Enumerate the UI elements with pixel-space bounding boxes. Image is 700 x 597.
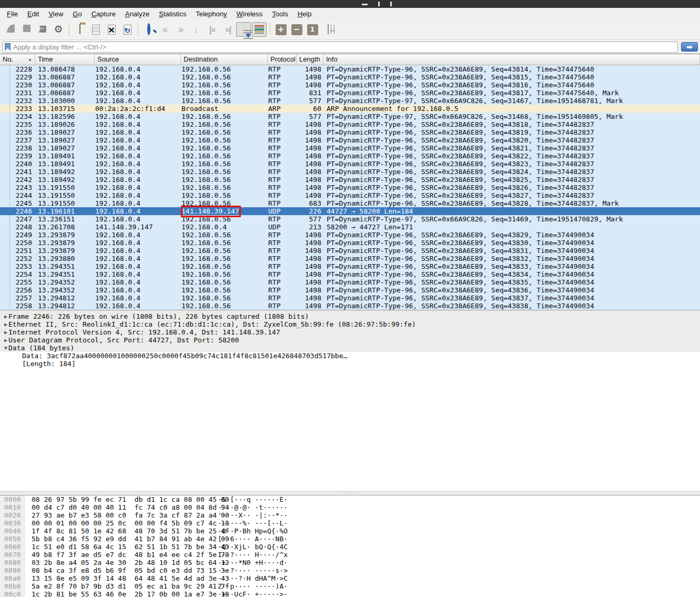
packet-row[interactable]: 224313.191550192.168.0.4192.168.0.56RTP1… [0,184,700,191]
column-header-time[interactable]: Time [35,54,95,65]
detail-tree-row[interactable]: ▶Ethernet II, Src: ReolinkI_d1:1c:ca (ec… [0,320,700,328]
packet-row[interactable]: 222813.086478192.168.0.4192.168.0.56RTP1… [0,65,700,73]
hex-row[interactable]: 00401f 4f 8c 81 50 1e 42 68 48 70 3d 51 … [0,527,700,535]
go-forward-button[interactable]: » [173,22,188,37]
filter-bookmark-icon[interactable] [5,43,11,51]
detail-tree-row[interactable]: Data: 3acf872aa400000001000000250c0000f4… [0,352,700,360]
last-packet-button[interactable]: »| [220,22,235,37]
auto-scroll-button[interactable] [236,22,251,37]
hex-row[interactable]: 003000 00 01 00 00 00 25 0c 00 00 f4 5b … [0,519,700,527]
hex-row[interactable]: 007049 b8 f7 3f ae d5 e7 dc 48 b1 e4 ee … [0,551,700,559]
packet-row[interactable]: 224413.191550192.168.0.4192.168.0.56RTP1… [0,191,700,199]
colorize-button[interactable] [252,22,267,37]
hex-row[interactable]: 009008 b4 ca 3f e8 d5 b6 9f 05 bd c0 e3 … [0,566,700,574]
hex-row[interactable]: 00a013 15 8e e5 09 3f 14 48 64 48 41 5e … [0,574,700,582]
resize-columns-button[interactable]: ↔ [321,22,336,37]
packet-row[interactable]: 224213.189492192.168.0.4192.168.0.56RTP1… [0,176,700,184]
hex-row[interactable]: 002027 93 ae b7 e3 58 00 c0 fa 7c 3a cf … [0,511,700,519]
zoom-out-button[interactable]: − [289,22,304,37]
packet-row[interactable]: 223513.189026192.168.0.4192.168.0.56RTP1… [0,120,700,128]
menu-go[interactable]: Go [68,9,86,19]
go-back-button[interactable]: « [157,22,172,37]
tree-expanded-icon[interactable]: ▼ [0,344,8,352]
packet-row-selected[interactable]: 224613.196101192.168.0.4141.148.39.147UD… [0,207,700,215]
packet-row[interactable]: 225213.293880192.168.0.4192.168.0.56RTP1… [0,255,700,262]
normal-size-button[interactable]: 1 [305,22,320,37]
packet-row[interactable]: 223113.086887192.168.0.4192.168.0.56RTP8… [0,89,700,97]
menu-analyze[interactable]: Analyze [120,9,154,19]
column-header-info[interactable]: Info [323,54,700,65]
save-file-button[interactable]: 01010110 [88,22,103,37]
packet-row[interactable]: 224513.191550192.168.0.4192.168.0.56RTP6… [0,199,700,207]
hex-row[interactable]: 00c01c 2b 81 be 55 63 46 0e 2b 17 0b 00 … [0,590,700,597]
packet-row[interactable]: 223013.086887192.168.0.4192.168.0.56RTP1… [0,81,700,89]
column-header-destination[interactable]: Destination [181,54,268,65]
tree-collapsed-icon[interactable]: ▶ [0,320,8,328]
apply-filter-button[interactable]: ➡ [681,42,698,52]
tree-collapsed-icon[interactable]: ▶ [0,336,8,344]
column-header-source[interactable]: Source [95,54,181,65]
start-capture-button[interactable] [4,22,18,37]
tree-collapsed-icon[interactable]: ▶ [0,312,8,320]
packet-row[interactable]: 223213.103000192.168.0.4192.168.0.56RTP5… [0,97,700,105]
restart-capture-button[interactable] [35,22,50,37]
packet-row[interactable]: 225813.294812192.168.0.4192.168.0.56RTP1… [0,302,700,310]
tree-collapsed-icon[interactable]: ▶ [0,328,8,336]
capture-options-button[interactable]: ⚙ [51,22,66,37]
detail-tree-row[interactable]: ▼Data (184 bytes) [0,344,700,352]
packet-row[interactable]: 224813.261708141.148.39.147192.168.0.4UD… [0,223,700,231]
menu-statistics[interactable]: Statistics [154,9,191,19]
packet-row[interactable]: 225013.293879192.168.0.4192.168.0.56RTP1… [0,239,700,247]
go-to-packet-button[interactable]: ↓ [189,22,204,37]
menu-capture[interactable]: Capture [87,9,120,19]
packet-row[interactable]: 225113.293879192.168.0.4192.168.0.56RTP1… [0,247,700,255]
open-file-button[interactable] [73,22,87,37]
packet-row[interactable]: 224013.189491192.168.0.4192.168.0.56RTP1… [0,160,700,168]
stop-capture-button[interactable] [19,22,34,37]
cell-info: PT=DynamicRTP-Type-96, SSRC=0x238A6E89, … [323,136,700,144]
hex-row[interactable]: 00601c 51 e0 d1 58 6a 4c 15 62 51 1b 51 … [0,543,700,551]
menu-edit[interactable]: Edit [23,9,44,19]
packet-row[interactable]: 225413.294351192.168.0.4192.168.0.56RTP1… [0,270,700,278]
packet-row[interactable]: 225313.294351192.168.0.4192.168.0.56RTP1… [0,262,700,270]
pane-splitter-handle[interactable]: ····· [0,491,700,495]
detail-tree-row[interactable]: ▶User Datagram Protocol, Src Port: 44727… [0,336,700,344]
packet-row[interactable]: 224713.236151192.168.0.4192.168.0.56RTP5… [0,215,700,223]
packet-row[interactable]: 222913.086887192.168.0.4192.168.0.56RTP1… [0,73,700,81]
menu-view[interactable]: View [44,9,68,19]
packet-row[interactable]: 223413.182596192.168.0.4192.168.0.56RTP5… [0,113,700,120]
detail-tree-row[interactable]: [Length: 184] [0,360,700,368]
display-filter-input[interactable] [13,43,675,51]
packet-row[interactable]: 223313.10371500:2a:2a:2c:f1:d4BroadcastA… [0,105,700,113]
packet-row[interactable]: 223813.189027192.168.0.4192.168.0.56RTP1… [0,144,700,152]
menu-tools[interactable]: Tools [267,9,292,19]
packet-row[interactable]: 225613.294352192.168.0.4192.168.0.56RTP1… [0,286,700,294]
packet-row[interactable]: 224113.189492192.168.0.4192.168.0.56RTP1… [0,168,700,176]
hex-row[interactable]: 00b05a e2 8f 70 b7 9b d3 d1 05 ec a1 ba … [0,582,700,590]
hex-row[interactable]: 001000 d4 c7 d0 40 00 40 11 fc 74 c0 a8 … [0,503,700,511]
packet-row[interactable]: 225513.294352192.168.0.4192.168.0.56RTP1… [0,278,700,286]
column-header-no[interactable]: No. ▼ [0,54,35,65]
menu-file[interactable]: File [2,9,23,19]
reload-file-button[interactable]: 0101↻ [120,22,135,37]
display-filter-input-wrap[interactable] [2,42,678,53]
packet-row[interactable]: 223913.189491192.168.0.4192.168.0.56RTP1… [0,152,700,160]
packet-row[interactable]: 223713.189027192.168.0.4192.168.0.56RTP1… [0,136,700,144]
hex-row[interactable]: 000008 26 97 5b 99 fe ec 71 db d1 1c ca … [0,495,700,503]
packet-row[interactable]: 223613.189027192.168.0.4192.168.0.56RTP1… [0,128,700,136]
hex-row[interactable]: 008003 2b 8e a4 05 2a 4e 30 2b 48 10 1d … [0,559,700,566]
hex-row[interactable]: 00505b b8 c4 36 f5 92 e9 dd 41 b7 84 91 … [0,535,700,543]
menu-help[interactable]: Help [293,9,317,19]
find-packet-button[interactable] [141,22,156,37]
menu-telephony[interactable]: Telephony [191,9,231,19]
menu-wireless[interactable]: Wireless [232,9,268,19]
detail-tree-row[interactable]: ▶Internet Protocol Version 4, Src: 192.1… [0,328,700,336]
packet-row[interactable]: 225713.294812192.168.0.4192.168.0.56RTP1… [0,294,700,302]
column-header-protocol[interactable]: Protocol [268,54,297,65]
detail-tree-row[interactable]: ▶Frame 2246: 226 bytes on wire (1808 bit… [0,312,700,320]
packet-row[interactable]: 224913.293879192.168.0.4192.168.0.56RTP1… [0,231,700,239]
first-packet-button[interactable]: |« [205,22,219,37]
close-file-button[interactable]: 0101✕ [104,22,119,37]
zoom-in-button[interactable]: + [273,22,288,37]
column-header-length[interactable]: Length [297,54,323,65]
